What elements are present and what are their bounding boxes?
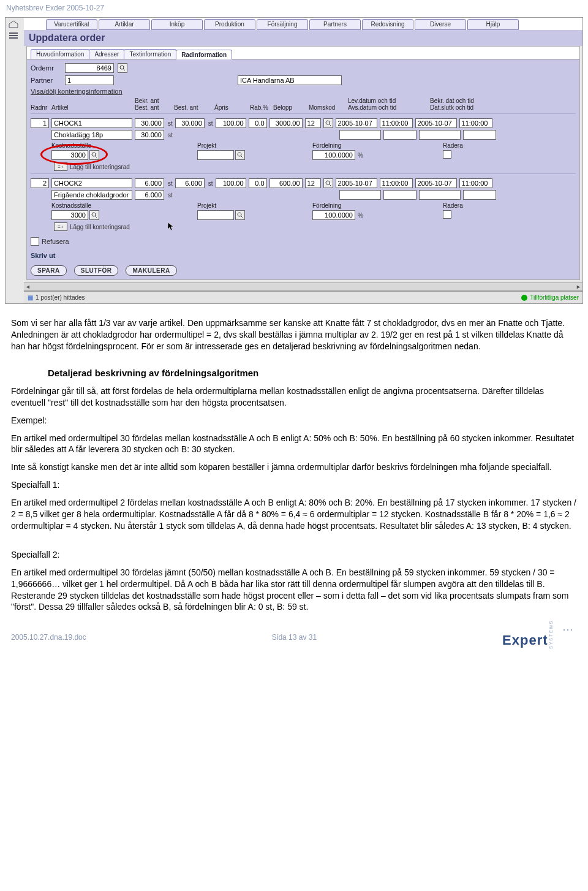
avs-date-input[interactable] <box>339 130 381 140</box>
slutk-date-input[interactable] <box>419 130 461 140</box>
kostnadsst-input[interactable] <box>51 150 88 160</box>
menu-hjälp[interactable]: Hjälp <box>467 19 519 30</box>
best-ant-input[interactable] <box>175 118 205 128</box>
add-row-icon[interactable]: ≡+ <box>54 222 67 231</box>
lev-date-input[interactable] <box>336 178 377 188</box>
page-footer: 2005.10.27.dna.19.doc Sida 13 av 31 ⋯ Ex… <box>0 623 588 649</box>
tab-adresser[interactable]: Adresser <box>89 49 124 59</box>
momskod-search-icon[interactable] <box>323 118 333 128</box>
add-row-label[interactable]: Lägg till konteringsrad <box>70 164 130 170</box>
ordernr-search-icon[interactable] <box>118 63 127 73</box>
menu-partners[interactable]: Partners <box>309 19 361 30</box>
avs-date-input[interactable] <box>339 190 381 200</box>
refusera-checkbox[interactable] <box>31 237 39 246</box>
menu-inköp[interactable]: Inköp <box>151 19 203 30</box>
menu-diverse[interactable]: Diverse <box>415 19 466 30</box>
radnr-input[interactable] <box>31 118 49 128</box>
projekt-search-icon[interactable] <box>235 210 245 220</box>
fordelning-input[interactable] <box>312 210 355 220</box>
fordelning-input[interactable] <box>312 150 355 160</box>
best-ant-input-2[interactable] <box>135 190 164 200</box>
para-9: En artikel med ordermultipel 30 fördelas… <box>11 567 577 613</box>
momskod-input[interactable] <box>305 178 321 188</box>
bekr-time-input[interactable] <box>459 178 492 188</box>
bekr-date-input[interactable] <box>415 178 457 188</box>
radera-label: Radera <box>443 202 463 209</box>
artikel-input[interactable] <box>51 178 132 188</box>
scroll-right-icon[interactable]: ► <box>576 284 581 290</box>
rab-input[interactable] <box>249 178 267 188</box>
menu-varucertifikat[interactable]: Varucertifikat <box>46 19 97 30</box>
bekr-date-input[interactable] <box>415 118 457 128</box>
ordernr-input[interactable] <box>65 63 114 73</box>
rab-input[interactable] <box>249 118 267 128</box>
para-5: Inte så konstigt kanske men det är inte … <box>11 461 577 473</box>
momskod-input[interactable] <box>305 118 321 128</box>
best-ant-input[interactable] <box>175 178 205 188</box>
add-row-icon[interactable]: ≡+ <box>54 162 67 171</box>
slutk-time-input[interactable] <box>463 130 496 140</box>
partner-id-input[interactable] <box>65 75 114 85</box>
artikel-input[interactable] <box>51 118 132 128</box>
lev-date-input[interactable] <box>336 118 377 128</box>
bekr-ant-input[interactable] <box>135 178 164 188</box>
makulera-button[interactable]: MAKULERA <box>126 265 176 276</box>
projekt-input[interactable] <box>197 210 234 220</box>
brand-text: Expert <box>502 632 548 648</box>
col-artikel: Artikel <box>51 104 132 111</box>
best-ant-input-2[interactable] <box>135 130 164 140</box>
skriv-ut-link[interactable]: Skriv ut <box>31 252 576 259</box>
doc-header: Nyhetsbrev Exder 2005-10-27 <box>0 0 588 16</box>
radera-checkbox[interactable] <box>443 150 451 159</box>
radnr-input[interactable] <box>31 178 49 188</box>
list-icon[interactable] <box>8 31 19 40</box>
tab-textinformation[interactable]: Textinformation <box>124 49 176 59</box>
home-icon[interactable] <box>8 20 19 29</box>
hscrollbar[interactable]: ◄► <box>24 282 582 291</box>
slutför-button[interactable]: SLUTFÖR <box>74 265 119 276</box>
lev-time-input[interactable] <box>380 178 413 188</box>
radera-checkbox[interactable] <box>443 210 451 219</box>
bekr-ant-input[interactable] <box>135 118 164 128</box>
menu-försäljning[interactable]: Försäljning <box>257 19 308 30</box>
para-2: Fördelningar går till så, att först förd… <box>11 385 577 409</box>
menu-artiklar[interactable]: Artiklar <box>99 19 150 30</box>
projekt-input[interactable] <box>197 150 234 160</box>
toggle-kontering-link[interactable]: Visa/dölj konteringsinformation <box>31 88 576 95</box>
artikel-desc-input[interactable] <box>51 130 132 140</box>
projekt-search-icon[interactable] <box>235 150 245 160</box>
avs-time-input[interactable] <box>383 190 417 200</box>
col-momskod: Momskod <box>309 104 345 111</box>
status-left: ▦1 post(er) hittades <box>28 294 85 301</box>
belopp-input[interactable] <box>270 118 303 128</box>
apris-input[interactable] <box>216 118 246 128</box>
kostnadsst-input[interactable] <box>51 210 88 220</box>
radera-label: Radera <box>443 142 463 149</box>
kostnadsst-search-icon[interactable] <box>89 150 99 160</box>
apris-input[interactable] <box>216 178 246 188</box>
kostnadsst-search-icon[interactable] <box>89 210 99 220</box>
col-belopp: Belopp <box>273 104 306 111</box>
belopp-input[interactable] <box>270 178 303 188</box>
tab-huvudinformation[interactable]: Huvudinformation <box>31 49 89 59</box>
slutk-time-input[interactable] <box>463 190 496 200</box>
tab-radinformation[interactable]: Radinformation <box>176 50 232 59</box>
momskod-search-icon[interactable] <box>323 178 333 188</box>
partner-name-input[interactable] <box>238 75 342 85</box>
footer-left: 2005.10.27.dna.19.doc <box>11 633 86 642</box>
scroll-left-icon[interactable]: ◄ <box>25 284 31 290</box>
refusera-label: Refusera <box>42 238 69 245</box>
artikel-desc-input[interactable] <box>51 190 132 200</box>
svg-line-10 <box>241 156 243 157</box>
slutk-date-input[interactable] <box>419 190 461 200</box>
spara-button[interactable]: SPARA <box>31 265 67 276</box>
lev-time-input[interactable] <box>380 118 413 128</box>
menu-redovisning[interactable]: Redovisning <box>362 19 413 30</box>
menu-produktion[interactable]: Produktion <box>204 19 255 30</box>
add-row-label[interactable]: Lägg till konteringsrad <box>70 224 130 230</box>
avs-time-input[interactable] <box>383 130 417 140</box>
content-panel: HuvudinformationAdresserTextinformationR… <box>26 46 580 280</box>
unit-label: st <box>168 120 173 127</box>
col-avs: Avs.datum och tid <box>348 104 428 111</box>
bekr-time-input[interactable] <box>459 118 492 128</box>
